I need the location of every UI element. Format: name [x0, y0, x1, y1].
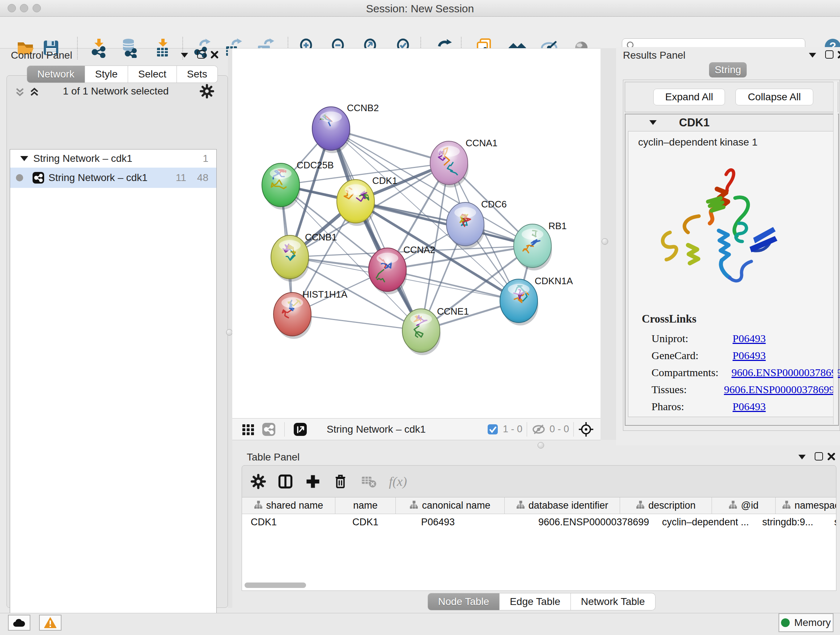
network-collection-row[interactable]: String Network – cdk1 1 [10, 149, 216, 168]
tab-edge-table[interactable]: Edge Table [500, 593, 571, 610]
network-label: String Network – cdk1 [49, 172, 148, 184]
results-panel-close-icon[interactable] [837, 51, 840, 59]
network-edge[interactable] [331, 128, 421, 331]
selected-checkbox-icon[interactable] [487, 424, 499, 435]
table-cell[interactable]: P06493 [412, 514, 530, 530]
table-cell[interactable]: CDK1 [242, 514, 344, 530]
results-panel-float-button[interactable] [809, 53, 816, 57]
hidden-eye-icon [531, 423, 546, 435]
table-body: CDK1CDK1P064939606.ENSP00000378699cyclin… [242, 514, 836, 530]
memory-button[interactable]: Memory [778, 613, 834, 632]
fit-selected-crosshair-icon[interactable] [578, 421, 594, 437]
delete-table-icon [361, 473, 377, 489]
tree-expander-icon[interactable] [20, 156, 28, 161]
network-row[interactable]: String Network – cdk1 11 48 [10, 168, 216, 188]
table-cell[interactable]: stringdb:9... [753, 514, 826, 530]
left-splitter[interactable] [228, 49, 232, 608]
crosslink-link[interactable]: 9606.ENSP00000378699 [724, 383, 835, 396]
node-label: CDC25B [297, 160, 334, 171]
gene-detail-box: cyclin–dependent kinase 1 [628, 131, 835, 417]
control-panel-close-icon[interactable] [210, 51, 218, 59]
network-node-CDC6[interactable]: CDC6 [447, 199, 507, 249]
network-node-CCNB2[interactable]: CCNB2 [312, 103, 379, 153]
network-node-CDKN1A[interactable]: CDKN1A [500, 276, 573, 325]
network-node-CDC25B[interactable]: CDC25B [262, 160, 334, 210]
crosslink-label: Tissues: [628, 383, 711, 396]
table-horizontal-scrollbar[interactable] [245, 583, 306, 588]
table-cell[interactable]: stringdb [826, 514, 836, 530]
network-options-gear-icon[interactable] [200, 84, 214, 98]
node-table[interactable]: shared namenamecanonical namedatabase id… [242, 497, 836, 591]
crosslink-label: Compartments: [628, 366, 718, 379]
network-node-CCNB1[interactable]: CCNB1 [271, 232, 337, 282]
column-label: description [648, 500, 696, 511]
column-header-namespace[interactable]: namespace [775, 497, 836, 514]
add-column-icon[interactable] [305, 473, 321, 489]
column-header-@id[interactable]: @id [712, 497, 775, 514]
table-panel-title: Table Panel [247, 451, 300, 463]
crosslink-label: GeneCard: [628, 349, 720, 362]
network-node-HIST1H1A[interactable]: HIST1H1A [273, 289, 347, 339]
gene-section: CDK1 cyclin–dependent kinase 1 [625, 114, 839, 426]
crosslink-link[interactable]: P06493 [733, 333, 766, 345]
crosslink-link[interactable]: P06493 [733, 401, 766, 413]
left-splitter-handle[interactable] [226, 329, 233, 336]
control-panel-tabs: NetworkStyleSelectSets [27, 65, 218, 83]
network-edge[interactable] [387, 270, 519, 301]
network-node-CCNA1[interactable]: CCNA1 [430, 138, 497, 187]
tab-network[interactable]: Network [27, 65, 85, 83]
memory-label: Memory [794, 617, 831, 629]
grid-mode-icon[interactable] [241, 422, 256, 437]
network-view-toolbar: String Network – cdk1 1 - 0 0 - 0 [232, 418, 600, 440]
tab-string[interactable]: String [709, 62, 747, 78]
network-node-CCNE1[interactable]: CCNE1 [402, 306, 469, 355]
table-gear-icon[interactable] [251, 474, 266, 489]
table-tabs: Node TableEdge TableNetwork Table [428, 593, 655, 610]
tab-select[interactable]: Select [128, 65, 177, 83]
node-label: CCNA1 [466, 138, 497, 149]
collapse-all-icon[interactable] [14, 87, 26, 97]
column-type-icon [782, 500, 791, 511]
node-label: CCNB1 [305, 232, 337, 242]
crosslink-link[interactable]: 9606.ENSP00000378699 [731, 366, 840, 379]
network-canvas[interactable]: CCNB2CCNA1CDC25BCDK1CDC6RB1CCNB1CCNA2CDK… [232, 48, 600, 418]
delete-column-icon[interactable] [332, 473, 348, 489]
table-header-row: shared namenamecanonical namedatabase id… [242, 497, 836, 514]
horizontal-splitter-handle[interactable] [538, 442, 544, 448]
column-header-canonical-name[interactable]: canonical name [396, 497, 505, 514]
crosslink-link[interactable]: P06493 [733, 349, 766, 362]
table-cell[interactable]: 9606.ENSP00000378699 [530, 514, 653, 530]
expand-all-button[interactable]: Expand All [653, 89, 725, 105]
cloud-button[interactable] [8, 615, 30, 631]
column-header-description[interactable]: description [620, 497, 712, 514]
gene-section-expander[interactable] [649, 120, 657, 125]
collapse-all-button[interactable]: Collapse All [736, 89, 813, 105]
tab-node-table[interactable]: Node Table [428, 593, 500, 610]
control-panel-float-button[interactable] [181, 53, 188, 57]
tab-style[interactable]: Style [85, 65, 128, 83]
results-scrollbar[interactable] [833, 82, 838, 424]
column-header-database-identifier[interactable]: database identifier [505, 497, 620, 514]
table-cell[interactable]: cyclin–dependent ... [653, 514, 753, 530]
warning-button[interactable] [39, 615, 62, 631]
column-header-name[interactable]: name [335, 497, 396, 514]
crosslinks-list: Uniprot:P06493GeneCard:P06493Compartment… [628, 330, 835, 415]
table-cell[interactable]: CDK1 [344, 514, 412, 530]
tab-sets[interactable]: Sets [177, 65, 218, 83]
tab-network-table[interactable]: Network Table [571, 593, 655, 610]
column-header-shared-name[interactable]: shared name [242, 497, 335, 514]
network-mode-icon[interactable] [261, 422, 276, 437]
network-node-CDK1[interactable]: CDK1 [337, 175, 397, 226]
table-panel-close-icon[interactable] [827, 453, 835, 461]
results-panel-maximize-button[interactable] [825, 50, 834, 59]
birds-eye-view-icon[interactable] [293, 422, 308, 437]
table-panel-float-button[interactable] [798, 455, 806, 459]
right-splitter-handle[interactable] [602, 238, 608, 245]
table-row[interactable]: CDK1CDK1P064939606.ENSP00000378699cyclin… [242, 514, 836, 530]
network-node-RB1[interactable]: RB1 [514, 220, 567, 271]
node-label: CCNE1 [437, 306, 469, 317]
table-panel-maximize-button[interactable] [815, 452, 823, 461]
show-columns-icon[interactable] [278, 473, 294, 489]
network-status-dot [16, 174, 23, 181]
control-panel-maximize-button[interactable] [197, 50, 205, 59]
